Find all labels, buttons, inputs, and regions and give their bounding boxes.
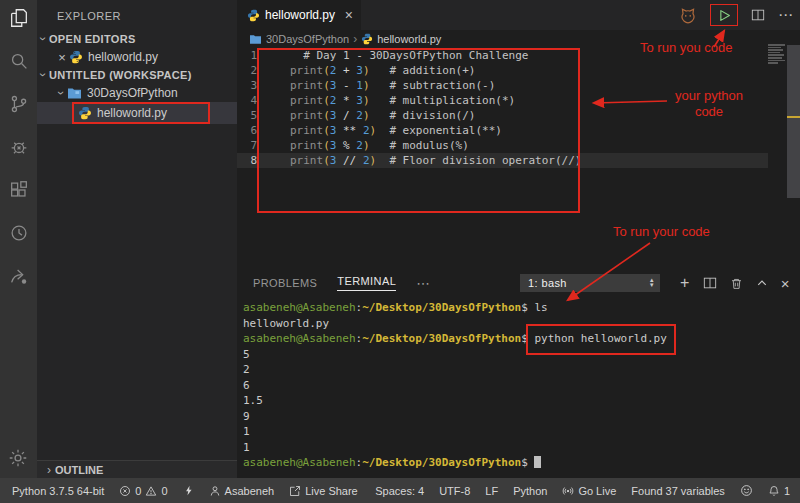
terminal-line: 1.5 [243, 393, 800, 409]
terminal-line: 5 [243, 347, 800, 363]
eol-setting[interactable]: LF [485, 485, 498, 497]
lightning-icon[interactable] [183, 484, 194, 497]
scrollbar-highlight-mark [787, 116, 800, 118]
line-number: 8 [237, 153, 257, 168]
code-line[interactable]: 8print(3 // 2) # Floor division operator… [237, 153, 768, 168]
code-line[interactable]: 1 # Day 1 - 30DaysOfPython Challenge [237, 48, 768, 63]
account-name: Asabeneh [225, 485, 275, 497]
gear-icon[interactable] [4, 444, 32, 472]
line-number: 5 [237, 108, 257, 123]
code-line[interactable]: 4print(2 * 3) # multiplication(*) [237, 93, 768, 108]
chevron-right-icon: › [43, 463, 55, 477]
breadcrumb-folder[interactable]: 30DaysOfPython [266, 33, 349, 45]
cat-extension-icon[interactable] [679, 6, 697, 24]
history-clock-icon[interactable] [5, 219, 33, 247]
breadcrumb-file[interactable]: helloworld.py [377, 33, 441, 45]
tab-problems[interactable]: PROBLEMS [253, 277, 317, 289]
section-outline[interactable]: › OUTLINE [37, 460, 237, 478]
editor-region: helloworld.py × ⋯ 30DaysOfPython › hello… [237, 0, 800, 270]
outline-label: OUTLINE [55, 464, 103, 476]
live-share-label: Live Share [305, 485, 358, 497]
explorer-sidebar: EXPLORER › OPEN EDITORS × helloworld.py … [37, 0, 237, 478]
close-icon[interactable]: × [55, 50, 69, 65]
scrollbar[interactable] [787, 45, 800, 198]
new-terminal-icon[interactable]: + [680, 274, 690, 292]
terminal-line: 1 [243, 424, 800, 440]
chevron-down-icon: › [36, 33, 50, 45]
shell-select[interactable]: 1: bash ▲▼ [520, 274, 660, 292]
problems-counter[interactable]: 0 0 [119, 485, 167, 497]
line-number: 6 [237, 123, 257, 138]
terminal-line: helloworld.py [243, 316, 800, 332]
notifications-item[interactable]: 1 [768, 485, 790, 497]
tab-terminal[interactable]: TERMINAL [337, 275, 396, 291]
file-name: helloworld.py [97, 106, 167, 120]
code-line[interactable]: 2print(2 + 3) # addition(+) [237, 63, 768, 78]
trash-icon[interactable] [730, 277, 743, 290]
terminal-output[interactable]: asabeneh@Asabeneh:~/Desktop/30DaysOfPyth… [237, 296, 800, 478]
code-line[interactable]: 3print(3 - 1) # subtraction(-) [237, 78, 768, 93]
terminal-line: 2 [243, 362, 800, 378]
debug-icon[interactable] [5, 133, 33, 161]
extensions-icon[interactable] [5, 176, 33, 204]
person-icon [209, 485, 221, 497]
split-editor-icon[interactable] [751, 8, 765, 22]
folder-item[interactable]: › 30DaysOfPython [37, 84, 237, 102]
split-terminal-icon[interactable] [703, 276, 717, 290]
go-live-label: Go Live [578, 485, 616, 497]
select-spinner-icon: ▲▼ [649, 278, 655, 288]
explorer-icon[interactable] [5, 4, 33, 32]
close-icon[interactable]: × [345, 7, 353, 23]
file-item-selected[interactable]: helloworld.py [37, 102, 237, 124]
smiley-icon[interactable] [740, 484, 753, 497]
open-editor-item[interactable]: × helloworld.py [37, 48, 237, 66]
encoding-setting[interactable]: UTF-8 [439, 485, 470, 497]
go-live-item[interactable]: Go Live [562, 485, 616, 497]
section-open-editors[interactable]: › OPEN EDITORS [37, 30, 237, 48]
terminal-line: asabeneh@Asabeneh:~/Desktop/30DaysOfPyth… [243, 300, 800, 316]
terminal-line: asabeneh@Asabeneh:~/Desktop/30DaysOfPyth… [243, 455, 800, 471]
line-number: 3 [237, 78, 257, 93]
code-line[interactable]: 6print(3 ** 2) # exponential(**) [237, 123, 768, 138]
indentation-setting[interactable]: Spaces: 4 [375, 485, 424, 497]
section-workspace[interactable]: › UNTITLED (WORKSPACE) [37, 66, 237, 84]
search-icon[interactable] [5, 47, 33, 75]
terminal-line: 1 [243, 440, 800, 456]
broadcast-icon [562, 485, 574, 497]
share-arrow-icon[interactable] [5, 262, 33, 290]
run-button[interactable] [710, 4, 738, 26]
code-line[interactable]: 5print(3 / 2) # division(/) [237, 108, 768, 123]
panel: PROBLEMS TERMINAL ⋯ 1: bash ▲▼ + × asabe… [237, 270, 800, 478]
python-version[interactable]: Python 3.7.5 64-bit [12, 485, 104, 497]
source-control-icon[interactable] [5, 90, 33, 118]
python-file-icon [78, 106, 92, 120]
terminal-line: 6 [243, 378, 800, 394]
tab-helloworld[interactable]: helloworld.py × [237, 0, 361, 30]
live-share-item[interactable]: Live Share [289, 485, 358, 497]
account-item[interactable]: Asabeneh [209, 485, 275, 497]
line-number: 2 [237, 63, 257, 78]
python-file-icon [69, 50, 83, 64]
code-line[interactable]: 7print(3 % 2) # modulus(%) [237, 138, 768, 153]
breadcrumb[interactable]: 30DaysOfPython › helloworld.py [237, 30, 800, 48]
minimap[interactable] [768, 44, 786, 64]
status-right: Spaces: 4 UTF-8 LF Python Go Live Found … [375, 484, 790, 497]
code-area[interactable]: 1 # Day 1 - 30DaysOfPython Challenge2pri… [237, 48, 800, 168]
line-number: 4 [237, 93, 257, 108]
variables-found[interactable]: Found 37 variables [631, 485, 725, 497]
tab-title: helloworld.py [265, 8, 345, 22]
sidebar-title: EXPLORER [37, 0, 237, 30]
code-lines: 1 # Day 1 - 30DaysOfPython Challenge2pri… [237, 48, 800, 168]
editor-actions: ⋯ [679, 0, 794, 30]
more-actions-icon[interactable]: ⋯ [416, 275, 430, 291]
close-icon[interactable]: × [781, 275, 790, 292]
folder-icon [249, 34, 262, 45]
open-editor-filename: helloworld.py [88, 50, 158, 64]
language-mode[interactable]: Python [513, 485, 547, 497]
tab-bar: helloworld.py × ⋯ [237, 0, 800, 30]
python-file-icon [247, 9, 260, 22]
more-actions-icon[interactable]: ⋯ [778, 6, 794, 24]
chevron-up-icon[interactable] [756, 277, 768, 289]
panel-header: PROBLEMS TERMINAL ⋯ 1: bash ▲▼ + × [237, 270, 800, 296]
play-icon [718, 9, 731, 22]
